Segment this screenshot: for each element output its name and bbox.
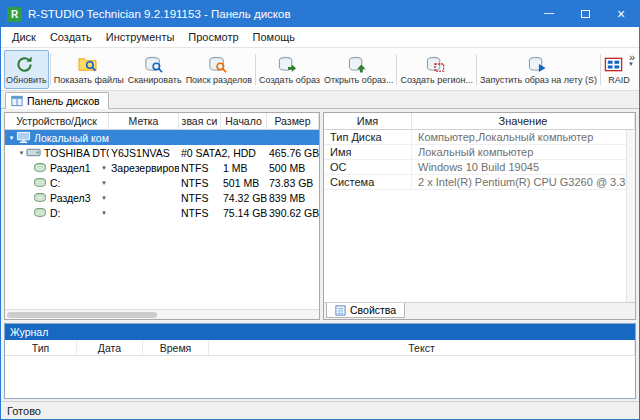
tab-properties[interactable]: Свойства xyxy=(326,303,405,318)
refresh-button[interactable]: Обновить xyxy=(4,50,49,89)
log-empty-area xyxy=(5,356,635,398)
log-table-header: Тип Дата Время Текст xyxy=(5,340,635,356)
column-header-start[interactable]: Начало xyxy=(221,113,267,129)
disk-panel-tab-icon xyxy=(11,95,23,107)
log-column-text[interactable]: Текст xyxy=(209,340,635,355)
menu-tools[interactable]: Инструменты xyxy=(99,31,182,43)
log-column-date[interactable]: Дата xyxy=(77,340,143,355)
scrollbar-thumb[interactable] xyxy=(7,312,157,318)
create-region-label: Создать регион... xyxy=(400,75,473,85)
partition-dropdown-icon[interactable]: ▼ xyxy=(101,165,107,171)
refresh-label: Обновить xyxy=(6,75,47,85)
properties-body: Тип Диска Компьютер,Локальный компьютер … xyxy=(324,130,635,302)
device-table-header: Устройство/Диск Метка звая си Начало Раз… xyxy=(5,113,319,130)
device-name: Раздел3 xyxy=(50,192,91,204)
property-value: Локальный компьютер xyxy=(412,145,626,159)
create-image-label: Создать образ xyxy=(259,75,320,85)
raid-icon xyxy=(604,55,623,74)
property-name: ОС xyxy=(324,160,412,174)
property-row-name[interactable]: Имя Локальный компьютер xyxy=(324,145,626,160)
expander-icon[interactable]: ▾ xyxy=(7,134,16,142)
create-region-button[interactable]: Создать регион... xyxy=(398,50,475,89)
filesystem-cell: NTFS xyxy=(179,160,221,175)
toolbar-separator xyxy=(600,54,601,85)
size-cell: 839 MB xyxy=(267,190,319,205)
show-files-label: Показать файлы xyxy=(54,75,124,85)
partition-dropdown-icon[interactable]: ▼ xyxy=(101,180,107,186)
toolbar-separator xyxy=(476,54,477,85)
column-header-size[interactable]: Размер xyxy=(267,113,319,129)
log-panel-header[interactable]: Журнал xyxy=(5,324,635,340)
device-row-partition1[interactable]: Раздел1 ▼ Зарезервирован... NTFS 1 MB 50… xyxy=(5,160,319,175)
minimize-button[interactable]: — xyxy=(531,1,567,27)
menu-create[interactable]: Создать xyxy=(43,31,99,43)
log-panel: Журнал Тип Дата Время Текст xyxy=(4,323,636,399)
start-cell: 75.14 GB xyxy=(221,205,267,220)
search-partitions-button[interactable]: Поиск разделов xyxy=(184,50,254,89)
device-name: D: xyxy=(50,207,61,219)
expander-icon[interactable]: ▾ xyxy=(17,149,26,157)
device-tree-pane: Устройство/Диск Метка звая си Начало Раз… xyxy=(4,112,320,320)
properties-empty-area xyxy=(324,190,626,302)
toolbar-separator xyxy=(50,54,51,85)
refresh-icon xyxy=(15,55,34,74)
device-row-local-computer[interactable]: ▾ Локальный компьютер xyxy=(5,130,319,145)
device-row-c-drive[interactable]: C: ▼ NTFS 501 MB 73.83 GB xyxy=(5,175,319,190)
partition-dropdown-icon[interactable]: ▼ xyxy=(101,210,107,216)
column-header-name[interactable]: Имя xyxy=(324,113,412,129)
device-row-d-drive[interactable]: D: ▼ NTFS 75.14 GB 390.62 GB xyxy=(5,205,319,220)
label-cell xyxy=(109,130,179,145)
device-row-toshiba-disk[interactable]: ▾ TOSHIBA DT01ACA050 ... Y6JS1NVAS #0 SA… xyxy=(5,145,319,160)
properties-pane: Имя Значение Тип Диска Компьютер,Локальн… xyxy=(323,112,636,320)
filesystem-cell: NTFS xyxy=(179,175,221,190)
create-image-button[interactable]: Создать образ xyxy=(257,50,322,89)
close-button[interactable]: × xyxy=(603,1,639,27)
scan-button[interactable]: Сканировать xyxy=(126,50,184,89)
run-image-on-fly-button[interactable]: Запустить образ на лету (S) xyxy=(478,50,599,89)
menu-disk[interactable]: Диск xyxy=(5,31,43,43)
column-header-filesystem[interactable]: звая си xyxy=(179,113,221,129)
property-row-os[interactable]: ОС Windows 10 Build 19045 xyxy=(324,160,626,175)
property-name: Имя xyxy=(324,145,412,159)
log-column-time[interactable]: Время xyxy=(143,340,209,355)
property-row-system[interactable]: Система 2 x Intel(R) Pentium(R) CPU G326… xyxy=(324,175,626,190)
partition-icon xyxy=(33,192,47,203)
tab-disk-panel[interactable]: Панель дисков xyxy=(5,92,109,109)
device-name: Раздел1 xyxy=(50,162,91,174)
device-row-partition3[interactable]: Раздел3 ▼ NTFS 74.32 GB 839 MB xyxy=(5,190,319,205)
column-header-value[interactable]: Значение xyxy=(412,113,635,129)
disk-panel-tab-label: Панель дисков xyxy=(27,95,100,107)
start-cell: 1 MB xyxy=(221,160,267,175)
r-studio-window: R R-STUDIO Technician 9.2.191153 - Панел… xyxy=(0,0,640,420)
menu-view[interactable]: Просмотр xyxy=(181,31,245,43)
show-files-icon xyxy=(78,55,97,74)
filesystem-cell xyxy=(179,130,221,145)
maximize-icon xyxy=(581,10,590,18)
maximize-button[interactable] xyxy=(567,1,603,27)
scan-label: Сканировать xyxy=(128,75,182,85)
filesystem-cell: #0 SATA2, HDD xyxy=(179,145,221,160)
computer-icon xyxy=(16,131,31,144)
menu-help[interactable]: Помощь xyxy=(246,31,303,43)
label-cell: Зарезервирован... xyxy=(109,160,179,175)
app-icon: R xyxy=(7,7,22,22)
titlebar[interactable]: R R-STUDIO Technician 9.2.191153 - Панел… xyxy=(1,1,639,27)
device-name: Локальный компьютер xyxy=(34,132,109,144)
window-title: R-STUDIO Technician 9.2.191153 - Панель … xyxy=(28,8,525,20)
column-header-device[interactable]: Устройство/Диск xyxy=(5,113,109,129)
device-name: TOSHIBA DT01ACA050 ... xyxy=(44,147,109,159)
hard-drive-icon xyxy=(26,147,41,158)
toolbar-overflow-icon[interactable]: » xyxy=(629,51,635,63)
property-row-disk-type[interactable]: Тип Диска Компьютер,Локальный компьютер xyxy=(324,130,626,145)
device-cell: Раздел3 ▼ xyxy=(5,190,109,205)
partition-dropdown-icon[interactable]: ▼ xyxy=(101,195,107,201)
vertical-scrollbar[interactable] xyxy=(626,130,635,302)
open-image-icon xyxy=(348,55,367,74)
device-cell: D: ▼ xyxy=(5,205,109,220)
horizontal-scrollbar[interactable] xyxy=(5,309,319,319)
device-name: C: xyxy=(50,177,61,189)
column-header-label[interactable]: Метка xyxy=(109,113,179,129)
open-image-button[interactable]: Открыть образ... xyxy=(322,50,396,89)
show-files-button[interactable]: Показать файлы xyxy=(52,50,126,89)
log-column-type[interactable]: Тип xyxy=(5,340,77,355)
